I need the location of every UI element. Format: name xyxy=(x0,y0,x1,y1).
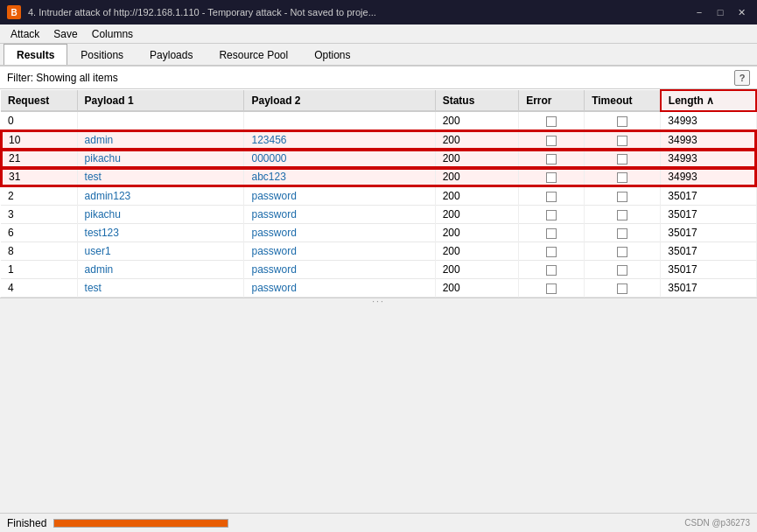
table-row[interactable]: 10admin12345620034993 xyxy=(1,130,756,150)
table-row[interactable]: 31testabc12320034993 xyxy=(1,168,756,187)
error-checkbox[interactable] xyxy=(546,172,557,183)
timeout-checkbox[interactable] xyxy=(617,228,627,239)
cell-error xyxy=(519,150,585,168)
status-left: Finished xyxy=(7,517,228,529)
table-row[interactable]: 1adminpassword20035017 xyxy=(1,261,756,279)
results-table: Request Payload 1 Payload 2 Status Error… xyxy=(0,89,757,298)
timeout-checkbox[interactable] xyxy=(617,136,627,146)
col-status[interactable]: Status xyxy=(435,90,518,111)
cell-payload2: password xyxy=(244,224,435,242)
cell-length: 35017 xyxy=(661,206,756,224)
timeout-checkbox[interactable] xyxy=(617,192,627,202)
tab-bar: Results Positions Payloads Resource Pool… xyxy=(0,44,757,66)
status-bar: Finished CSDN @p36273 xyxy=(0,513,757,532)
tab-payloads[interactable]: Payloads xyxy=(137,44,206,65)
cell-timeout xyxy=(585,168,661,187)
app-icon: B xyxy=(7,5,21,19)
title-text: 4. Intruder attack of http://192.168.1.1… xyxy=(28,7,376,18)
cell-payload1 xyxy=(77,111,244,130)
timeout-checkbox[interactable] xyxy=(617,265,627,276)
table-row[interactable]: 8user1password20035017 xyxy=(1,242,756,261)
col-timeout[interactable]: Timeout xyxy=(585,90,661,111)
cell-request: 4 xyxy=(1,279,77,298)
cell-request: 2 xyxy=(1,186,77,206)
error-checkbox[interactable] xyxy=(546,210,557,220)
empty-area xyxy=(0,304,757,513)
timeout-checkbox[interactable] xyxy=(617,172,627,183)
timeout-checkbox[interactable] xyxy=(617,116,627,127)
cell-timeout xyxy=(585,242,661,261)
window-controls: − □ ✕ xyxy=(690,5,750,19)
title-bar: B 4. Intruder attack of http://192.168.1… xyxy=(0,0,757,24)
table-row[interactable]: 020034993 xyxy=(1,111,756,130)
tab-resource-pool[interactable]: Resource Pool xyxy=(206,44,301,65)
menu-attack[interactable]: Attack xyxy=(4,26,46,42)
error-checkbox[interactable] xyxy=(546,284,557,294)
col-payload2[interactable]: Payload 2 xyxy=(244,90,435,111)
cell-length: 34993 xyxy=(661,168,756,187)
help-button[interactable]: ? xyxy=(734,70,750,86)
table-row[interactable]: 6test123password20035017 xyxy=(1,224,756,242)
col-payload1[interactable]: Payload 1 xyxy=(77,90,244,111)
cell-error xyxy=(519,130,585,150)
tab-results[interactable]: Results xyxy=(4,44,67,65)
timeout-checkbox[interactable] xyxy=(617,284,627,294)
maximize-button[interactable]: □ xyxy=(711,5,729,19)
menu-save[interactable]: Save xyxy=(46,26,84,42)
cell-request: 8 xyxy=(1,242,77,261)
table-container[interactable]: Request Payload 1 Payload 2 Status Error… xyxy=(0,89,757,298)
cell-timeout xyxy=(585,186,661,206)
cell-payload2: 123456 xyxy=(244,130,435,150)
error-checkbox[interactable] xyxy=(546,247,557,257)
cell-timeout xyxy=(585,261,661,279)
cell-request: 0 xyxy=(1,111,77,130)
cell-payload1: test xyxy=(77,168,244,187)
cell-error xyxy=(519,261,585,279)
error-checkbox[interactable] xyxy=(546,136,557,146)
error-checkbox[interactable] xyxy=(546,116,557,127)
cell-request: 10 xyxy=(1,130,77,150)
menu-columns[interactable]: Columns xyxy=(85,26,140,42)
cell-length: 34993 xyxy=(661,111,756,130)
cell-payload2: 000000 xyxy=(244,150,435,168)
timeout-checkbox[interactable] xyxy=(617,247,627,257)
error-checkbox[interactable] xyxy=(546,154,557,164)
cell-payload2: password xyxy=(244,279,435,298)
table-row[interactable]: 21pikachu00000020034993 xyxy=(1,150,756,168)
cell-payload1: admin xyxy=(77,130,244,150)
error-checkbox[interactable] xyxy=(546,228,557,239)
cell-length: 35017 xyxy=(661,279,756,298)
cell-payload2: abc123 xyxy=(244,168,435,187)
cell-payload2: password xyxy=(244,206,435,224)
close-button[interactable]: ✕ xyxy=(732,5,750,19)
cell-error xyxy=(519,168,585,187)
cell-payload1: admin xyxy=(77,261,244,279)
status-credit: CSDN @p36273 xyxy=(684,518,750,528)
timeout-checkbox[interactable] xyxy=(617,154,627,164)
table-row[interactable]: 4testpassword20035017 xyxy=(1,279,756,298)
col-request[interactable]: Request xyxy=(1,90,77,111)
cell-payload1: pikachu xyxy=(77,150,244,168)
cell-status: 200 xyxy=(435,224,518,242)
minimize-button[interactable]: − xyxy=(690,5,708,19)
cell-status: 200 xyxy=(435,168,518,187)
cell-error xyxy=(519,186,585,206)
tab-positions[interactable]: Positions xyxy=(67,44,137,65)
table-row[interactable]: 2admin123password20035017 xyxy=(1,186,756,206)
scroll-divider: ··· xyxy=(0,298,757,304)
tab-options[interactable]: Options xyxy=(301,44,363,65)
timeout-checkbox[interactable] xyxy=(617,210,627,220)
cell-timeout xyxy=(585,224,661,242)
error-checkbox[interactable] xyxy=(546,192,557,202)
cell-status: 200 xyxy=(435,186,518,206)
col-length[interactable]: Length ∧ xyxy=(661,90,756,111)
col-error[interactable]: Error xyxy=(519,90,585,111)
cell-timeout xyxy=(585,206,661,224)
cell-payload2: password xyxy=(244,261,435,279)
cell-error xyxy=(519,242,585,261)
error-checkbox[interactable] xyxy=(546,265,557,276)
table-row[interactable]: 3pikachupassword20035017 xyxy=(1,206,756,224)
cell-length: 34993 xyxy=(661,150,756,168)
cell-payload1: user1 xyxy=(77,242,244,261)
cell-timeout xyxy=(585,279,661,298)
